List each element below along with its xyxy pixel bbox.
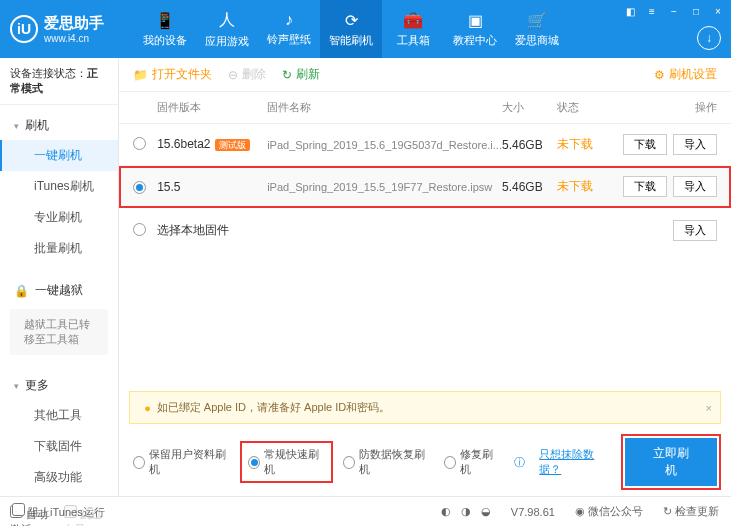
apple-id-warning: ● 如已绑定 Apple ID，请准备好 Apple ID和密码。 × <box>129 391 721 424</box>
select-local-firmware[interactable]: 选择本地固件 <box>157 222 267 239</box>
footer-icon-2[interactable]: ◑ <box>461 505 471 518</box>
flash-now-button[interactable]: 立即刷机 <box>625 438 717 486</box>
col-header-name: 固件名称 <box>267 100 502 115</box>
chevron-down-icon: ▾ <box>14 381 19 391</box>
radio-checked[interactable] <box>133 181 146 194</box>
close-warning-icon[interactable]: × <box>706 402 712 414</box>
nav-toolbox[interactable]: 🧰工具箱 <box>382 0 444 58</box>
logo-icon: iU <box>10 15 38 43</box>
col-header-ops: 操作 <box>607 100 717 115</box>
radio-unchecked[interactable] <box>133 137 146 150</box>
delete-button: ⊖删除 <box>228 66 266 83</box>
check-update-link[interactable]: ↻ 检查更新 <box>663 504 719 519</box>
chevron-down-icon: ▾ <box>14 121 19 131</box>
sidebar-head-flash[interactable]: ▾刷机 <box>0 111 118 140</box>
col-header-size: 大小 <box>502 100 557 115</box>
nav-apps[interactable]: 人应用游戏 <box>196 0 258 58</box>
refresh-button[interactable]: ↻刷新 <box>282 66 320 83</box>
close-button[interactable]: × <box>711 4 725 18</box>
firmware-row[interactable]: 15.6beta2测试版 iPad_Spring_2019_15.6_19G50… <box>119 124 731 166</box>
sidebar-item-pro-flash[interactable]: 专业刷机 <box>0 202 118 233</box>
open-folder-button[interactable]: 📁打开文件夹 <box>133 66 212 83</box>
firmware-row-selected[interactable]: 15.5 iPad_Spring_2019_15.5_19F77_Restore… <box>119 166 731 208</box>
opt-anti-recovery[interactable]: 防数据恢复刷机 <box>343 447 430 477</box>
col-header-status: 状态 <box>557 100 607 115</box>
toolbox-icon: 🧰 <box>403 11 423 30</box>
flash-settings-button[interactable]: ⚙刷机设置 <box>654 66 717 83</box>
download-button[interactable]: 下载 <box>623 134 667 155</box>
opt-normal-fast[interactable]: 常规快速刷机 <box>244 445 329 479</box>
delete-icon: ⊖ <box>228 68 238 82</box>
radio-local[interactable] <box>133 223 146 236</box>
opt-repair[interactable]: 修复刷机 <box>444 447 500 477</box>
block-itunes-checkbox[interactable]: 阻止iTunes运行 <box>12 503 105 520</box>
footer-icon-1[interactable]: ◐ <box>441 505 451 518</box>
sidebar-head-more[interactable]: ▾更多 <box>0 371 118 400</box>
lock-icon: 🔒 <box>14 284 29 298</box>
nav-flash[interactable]: ⟳智能刷机 <box>320 0 382 58</box>
flash-icon: ⟳ <box>345 11 358 30</box>
cart-icon: 🛒 <box>527 11 547 30</box>
brand-name: 爱思助手 <box>44 14 104 33</box>
sidebar-head-jailbreak[interactable]: 🔒一键越狱 <box>0 276 118 305</box>
wechat-icon: ◉ <box>575 505 585 517</box>
minimize-button[interactable]: − <box>667 4 681 18</box>
warning-icon: ● <box>144 402 151 414</box>
device-icon: 📱 <box>155 11 175 30</box>
opt-keep-data[interactable]: 保留用户资料刷机 <box>133 447 230 477</box>
nav-tutorials[interactable]: ▣教程中心 <box>444 0 506 58</box>
import-local-button[interactable]: 导入 <box>673 220 717 241</box>
jailbreak-moved-note: 越狱工具已转移至工具箱 <box>10 309 108 355</box>
wechat-link[interactable]: ◉ 微信公众号 <box>575 504 643 519</box>
tutorial-icon: ▣ <box>468 11 483 30</box>
sidebar-item-other-tools[interactable]: 其他工具 <box>0 400 118 431</box>
music-icon: ♪ <box>285 11 293 29</box>
maximize-button[interactable]: □ <box>689 4 703 18</box>
brand-url: www.i4.cn <box>44 33 104 44</box>
gear-icon: ⚙ <box>654 68 665 82</box>
skin-button[interactable]: ◧ <box>623 4 637 18</box>
version-label: V7.98.61 <box>511 506 555 518</box>
nav-my-device[interactable]: 📱我的设备 <box>134 0 196 58</box>
sidebar-item-advanced[interactable]: 高级功能 <box>0 462 118 493</box>
apps-icon: 人 <box>219 10 235 31</box>
nav-ringtones[interactable]: ♪铃声壁纸 <box>258 0 320 58</box>
update-icon: ↻ <box>663 505 672 517</box>
sidebar-item-oneclick-flash[interactable]: 一键刷机 <box>0 140 118 171</box>
import-button[interactable]: 导入 <box>673 176 717 197</box>
beta-tag: 测试版 <box>215 139 250 151</box>
sidebar-item-itunes-flash[interactable]: iTunes刷机 <box>0 171 118 202</box>
download-button[interactable]: 下载 <box>623 176 667 197</box>
import-button[interactable]: 导入 <box>673 134 717 155</box>
sidebar-item-batch-flash[interactable]: 批量刷机 <box>0 233 118 264</box>
nav-store[interactable]: 🛒爱思商城 <box>506 0 568 58</box>
erase-only-link[interactable]: 只想抹除数据？ <box>539 447 610 477</box>
info-icon[interactable]: ⓘ <box>514 455 525 470</box>
folder-icon: 📁 <box>133 68 148 82</box>
download-manager-icon[interactable]: ↓ <box>697 26 721 50</box>
connection-status: 设备连接状态：正常模式 <box>0 58 118 105</box>
refresh-icon: ↻ <box>282 68 292 82</box>
col-header-version: 固件版本 <box>157 100 267 115</box>
footer-icon-3[interactable]: ◒ <box>481 505 491 518</box>
sidebar-item-download-firmware[interactable]: 下载固件 <box>0 431 118 462</box>
menu-button[interactable]: ≡ <box>645 4 659 18</box>
